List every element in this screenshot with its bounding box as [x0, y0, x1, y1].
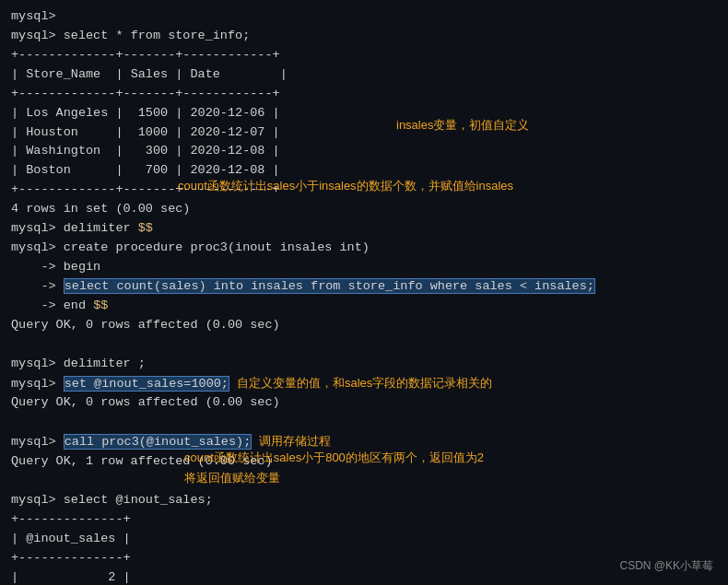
blank-2 — [11, 413, 717, 432]
table-row-1: | Los Angeles | 1500 | 2020-12-06 | — [11, 104, 717, 123]
query-ok-1: Query OK, 0 rows affected (0.00 sec) — [11, 316, 717, 335]
annotation-insales-var: insales变量，初值自定义 — [396, 117, 529, 134]
inout-table-header-border: +--------------+ — [11, 549, 717, 568]
blank-1 — [11, 335, 717, 355]
line-create-proc: mysql> create procedure proc3(inout insa… — [11, 239, 717, 258]
watermark: CSDN @KK小草莓 — [619, 558, 713, 574]
inout-table-border-top: +--------------+ — [11, 510, 717, 530]
table-top-border: +-------------+-------+------------+ — [11, 46, 717, 65]
line-end: -> end $$ — [11, 297, 717, 316]
terminal: mysql> mysql> select * from store_info; … — [0, 0, 728, 585]
annotation-count-result: count函数统计出sales小于800的地区有两个，返回值为2 — [184, 450, 484, 466]
line-delimiter2: mysql> delimiter ; — [11, 355, 717, 374]
annotation-count-func: count函数统计出sales小于insales的数据个数，并赋值给insale… — [178, 178, 513, 194]
line-select-inout: mysql> select @inout_sales; — [11, 491, 717, 510]
line-1: mysql> — [11, 7, 717, 27]
line-begin: -> begin — [11, 258, 717, 277]
table-row-3: | Washington | 300 | 2020-12-08 | — [11, 142, 717, 161]
result-rows: 4 rows in set (0.00 sec) — [11, 200, 717, 219]
line-set-inout: mysql> set @inout_sales=1000;自定义变量的值，和sa… — [11, 374, 717, 394]
table-header-border: +-------------+-------+------------+ — [11, 85, 717, 104]
inout-table-row: | 2 | — [11, 568, 717, 585]
inout-table-header: | @inout_sales | — [11, 530, 717, 549]
table-row-2: | Houston | 1000 | 2020-12-07 | — [11, 123, 717, 143]
blank-3 — [11, 472, 717, 491]
annotation-assign-var: 将返回值赋给变量 — [184, 470, 280, 486]
line-2: mysql> select * from store_info; — [11, 27, 717, 46]
line-select-count: -> select count(sales) into insales from… — [11, 277, 717, 297]
table-header: | Store_Name | Sales | Date | — [11, 65, 717, 85]
line-delimiter1: mysql> delimiter $$ — [11, 219, 717, 239]
query-ok-2: Query OK, 0 rows affected (0.00 sec) — [11, 393, 717, 413]
